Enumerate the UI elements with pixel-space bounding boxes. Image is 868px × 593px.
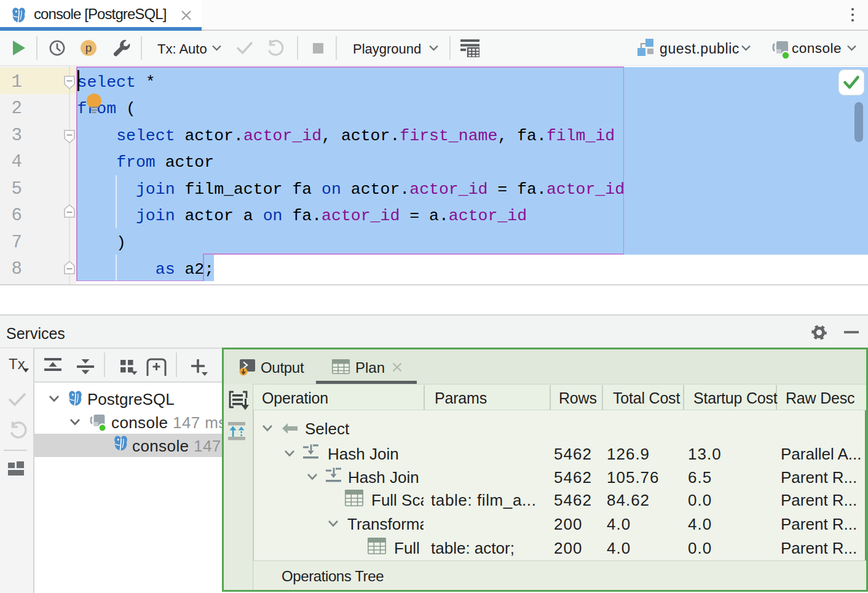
svg-text:p: p — [85, 41, 92, 54]
